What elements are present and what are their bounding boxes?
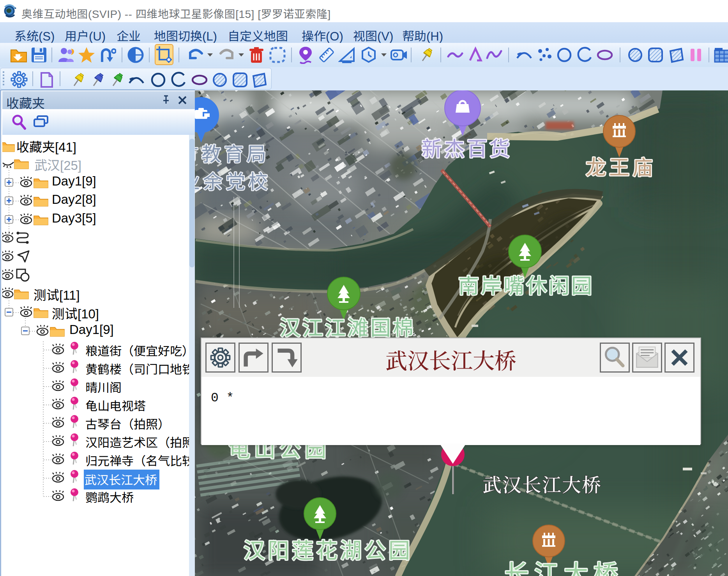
svg-text:长江大桥: 长江大桥: [505, 554, 623, 576]
svg-text:武汉长江大桥: 武汉长江大桥: [482, 470, 602, 497]
svg-text:市教育局: 市教育局: [195, 138, 269, 166]
svg-text:新杰百货: 新杰百货: [422, 133, 512, 162]
svg-text:业余党校: 业余党校: [195, 166, 271, 194]
svg-text:汉阳莲花湖公园: 汉阳莲花湖公园: [244, 533, 413, 564]
svg-text:汉江江滩国棉: 汉江江滩国棉: [280, 311, 415, 341]
svg-text:龙王庙: 龙王庙: [586, 151, 656, 180]
svg-text:南岸嘴休闲园: 南岸嘴休闲园: [458, 269, 594, 299]
